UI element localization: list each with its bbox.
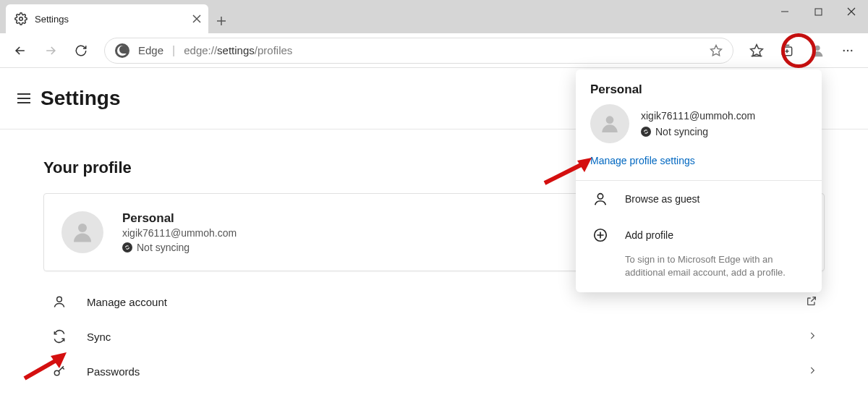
tab-settings[interactable]: Settings [6, 4, 208, 33]
action-label: Add profile [625, 229, 673, 241]
new-tab-button[interactable] [208, 9, 234, 33]
forward-button [38, 38, 64, 64]
sync-status: Not syncing [122, 242, 237, 253]
action-label: Browse as guest [625, 193, 700, 205]
svg-point-9 [78, 224, 87, 232]
chevron-right-icon [807, 365, 817, 378]
close-window-button[interactable] [835, 0, 868, 23]
window-controls [768, 0, 868, 23]
tab-label: Settings [35, 14, 185, 25]
svg-point-12 [606, 116, 614, 124]
svg-marker-3 [751, 44, 763, 56]
toolbar: Edge | edge://settings/profiles [0, 33, 868, 68]
svg-point-8 [851, 49, 852, 51]
favorite-icon[interactable] [710, 44, 723, 57]
manage-profile-link[interactable]: Manage profile settings [590, 155, 695, 166]
add-profile-item[interactable]: Add profile [576, 217, 822, 253]
more-button[interactable] [835, 38, 861, 64]
svg-point-7 [847, 49, 848, 51]
edge-icon [115, 43, 129, 58]
sync-item[interactable]: Sync [43, 319, 825, 354]
popup-email: xigik76111@ummoh.com [641, 110, 755, 122]
key-icon [51, 364, 68, 378]
tab-strip: Settings [0, 0, 234, 33]
minimize-button[interactable] [768, 0, 801, 23]
svg-point-11 [54, 370, 59, 375]
title-bar: Settings [0, 0, 868, 33]
profile-button[interactable] [804, 38, 830, 64]
list-label: Passwords [87, 365, 140, 378]
popup-sync-status: Not syncing [641, 126, 755, 137]
svg-point-5 [814, 45, 820, 50]
maximize-button[interactable] [801, 0, 835, 23]
address-prefix: Edge [138, 44, 163, 56]
sync-icon [51, 329, 68, 344]
person-icon [51, 294, 68, 309]
svg-rect-1 [815, 9, 822, 15]
address-bar[interactable]: Edge | edge://settings/profiles [104, 38, 733, 64]
collections-button[interactable] [774, 38, 800, 64]
person-icon [590, 191, 610, 207]
profile-popup: Personal xigik76111@ummoh.com Not syncin… [576, 69, 822, 292]
external-icon [806, 295, 817, 309]
svg-marker-2 [711, 45, 722, 55]
page-title: Settings [41, 87, 120, 110]
svg-point-10 [57, 297, 62, 302]
favorites-button[interactable] [744, 38, 770, 64]
add-profile-note: To sign in to Microsoft Edge with an add… [576, 253, 822, 292]
sync-icon [122, 242, 132, 252]
avatar [61, 211, 103, 253]
profile-email: xigik76111@ummoh.com [122, 227, 237, 239]
sync-icon [641, 127, 651, 137]
refresh-button[interactable] [68, 38, 94, 64]
list-label: Sync [87, 331, 111, 343]
profile-name: Personal [122, 211, 237, 226]
chevron-right-icon [807, 331, 817, 343]
svg-point-13 [597, 194, 603, 199]
popup-title: Personal [590, 82, 807, 97]
url-text: edge://settings/profiles [184, 44, 292, 56]
browse-guest-item[interactable]: Browse as guest [576, 181, 822, 217]
plus-circle-icon [590, 227, 610, 243]
separator: | [172, 44, 175, 57]
passwords-item[interactable]: Passwords [43, 354, 825, 389]
avatar [590, 104, 629, 143]
gear-icon [14, 12, 27, 25]
svg-point-6 [843, 49, 845, 51]
svg-point-0 [20, 17, 23, 21]
list-label: Manage account [87, 296, 167, 308]
menu-button[interactable] [17, 93, 30, 103]
back-button[interactable] [7, 38, 33, 64]
close-icon[interactable] [192, 14, 201, 23]
